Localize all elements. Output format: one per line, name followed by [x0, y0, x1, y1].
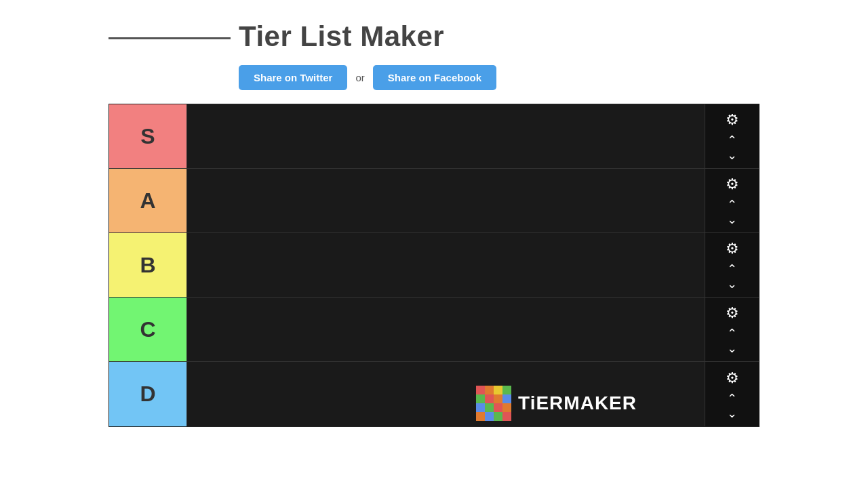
watermark-text: TiERMAKER	[518, 392, 637, 414]
logo-cell	[485, 394, 494, 403]
tier-row: A⚙⌃⌄	[109, 169, 759, 233]
tier-list: S⚙⌃⌄A⚙⌃⌄B⚙⌃⌄C⚙⌃⌄DTiERMAKER⚙⌃⌄	[108, 104, 760, 427]
watermark-logo	[476, 386, 511, 421]
share-facebook-button[interactable]: Share on Facebook	[373, 65, 496, 90]
tier-row: DTiERMAKER⚙⌃⌄	[109, 362, 759, 426]
tier-content-b[interactable]	[187, 233, 705, 297]
tier-controls-d: ⚙⌃⌄	[705, 362, 759, 426]
tier-row: S⚙⌃⌄	[109, 104, 759, 169]
gear-icon[interactable]: ⚙	[726, 111, 739, 129]
tier-controls-c: ⚙⌃⌄	[705, 298, 759, 361]
page-title: Tier List Maker	[239, 20, 444, 53]
arrow-down-icon[interactable]: ⌄	[727, 342, 737, 354]
arrow-down-icon[interactable]: ⌄	[727, 214, 737, 226]
logo-cell	[494, 394, 502, 403]
title-underline	[108, 37, 231, 39]
logo-cell	[494, 403, 502, 412]
watermark: TiERMAKER	[476, 386, 637, 421]
tier-label-c: C	[109, 298, 187, 361]
tier-content-s[interactable]	[187, 104, 705, 168]
tier-content-c[interactable]	[187, 298, 705, 361]
logo-cell	[502, 412, 511, 421]
logo-cell	[485, 403, 494, 412]
tier-content-d[interactable]: TiERMAKER	[187, 362, 705, 426]
tier-controls-b: ⚙⌃⌄	[705, 233, 759, 297]
arrow-up-icon[interactable]: ⌃	[727, 392, 737, 405]
tier-label-b: B	[109, 233, 187, 297]
gear-icon[interactable]: ⚙	[726, 176, 739, 193]
arrow-up-icon[interactable]: ⌃	[727, 134, 737, 146]
logo-cell	[494, 412, 502, 421]
logo-cell	[502, 386, 511, 394]
gear-icon[interactable]: ⚙	[726, 240, 739, 258]
tier-controls-a: ⚙⌃⌄	[705, 169, 759, 232]
logo-cell	[485, 386, 494, 394]
arrow-up-icon[interactable]: ⌃	[727, 327, 737, 340]
arrow-up-icon[interactable]: ⌃	[727, 199, 737, 211]
gear-icon[interactable]: ⚙	[726, 304, 739, 322]
logo-cell	[476, 394, 485, 403]
page-header: Tier List Maker Share on Twitter or Shar…	[0, 0, 868, 104]
logo-cell	[502, 394, 511, 403]
tier-row: B⚙⌃⌄	[109, 233, 759, 298]
logo-cell	[476, 386, 485, 394]
tier-row: C⚙⌃⌄	[109, 298, 759, 362]
arrow-down-icon[interactable]: ⌄	[727, 278, 737, 290]
logo-cell	[476, 403, 485, 412]
tier-content-a[interactable]	[187, 169, 705, 232]
share-twitter-button[interactable]: Share on Twitter	[239, 65, 347, 90]
logo-cell	[494, 386, 502, 394]
arrow-down-icon[interactable]: ⌄	[727, 407, 737, 420]
logo-cell	[485, 412, 494, 421]
tier-controls-s: ⚙⌃⌄	[705, 104, 759, 168]
arrow-up-icon[interactable]: ⌃	[727, 263, 737, 275]
arrow-down-icon[interactable]: ⌄	[727, 149, 737, 161]
logo-cell	[502, 403, 511, 412]
title-row: Tier List Maker	[108, 20, 444, 53]
tier-label-a: A	[109, 169, 187, 232]
gear-icon[interactable]: ⚙	[726, 369, 739, 387]
logo-cell	[476, 412, 485, 421]
tier-label-d: D	[109, 362, 187, 426]
or-separator: or	[355, 72, 364, 83]
share-row: Share on Twitter or Share on Facebook	[239, 65, 496, 90]
tier-label-s: S	[109, 104, 187, 168]
